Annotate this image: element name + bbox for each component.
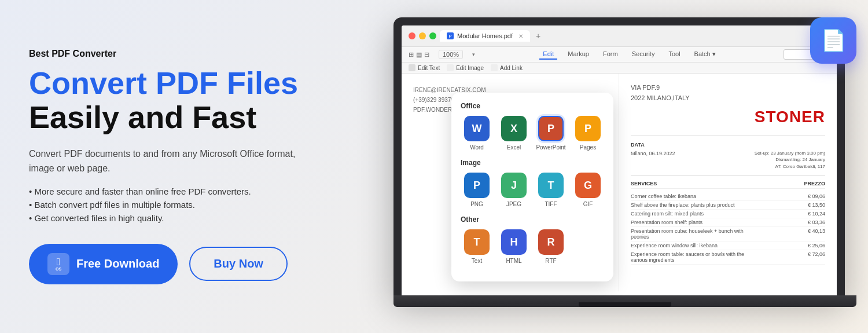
format-icon-text: T — [464, 229, 490, 255]
service-price: € 13,50 — [808, 202, 825, 208]
tab-edit[interactable]: Edit — [539, 49, 557, 60]
other-format-grid: T Text H HTML R RTF — [461, 229, 604, 264]
tab-form[interactable]: Form — [599, 49, 621, 60]
buy-now-label: Buy Now — [214, 257, 263, 270]
services-label: SERVICES — [631, 181, 657, 186]
main-toolbar: ⊞ ▤ ⊟ 100% ▾ Edit Markup Form Security T… — [402, 47, 837, 63]
format-icon-gif: G — [575, 173, 601, 198]
main-title-blue: Convert PDF Files — [29, 66, 307, 100]
service-row: Experience room table: saucers or bowls … — [631, 250, 825, 265]
service-price: € 09,06 — [808, 193, 825, 199]
description: Convert PDF documents to and from any Mi… — [29, 147, 307, 176]
free-download-button[interactable]:  OS Free Download — [29, 244, 178, 284]
services-list: Corner coffee table: ikebana€ 09,06Shelf… — [631, 192, 825, 265]
zoom-level[interactable]: 100% — [439, 50, 463, 59]
subtitle: Best PDF Converter — [29, 49, 307, 59]
left-panel: Best PDF Converter Convert PDF Files Eas… — [0, 25, 336, 308]
format-item-pages[interactable]: P Pages — [572, 116, 604, 151]
services-section: SERVICES PREZZO Corner coffee table: ike… — [631, 175, 825, 265]
view-icon-1[interactable]: ⊞ — [409, 51, 414, 58]
format-label-png: PNG — [470, 201, 483, 207]
view-icons: ⊞ ▤ ⊟ — [409, 51, 429, 58]
via-info: VIA PDF.9 2022 MILANO,ITALY — [631, 83, 825, 103]
buy-now-button[interactable]: Buy Now — [189, 247, 288, 281]
service-name: Catering room silt: mixed plants — [631, 211, 704, 217]
service-row: Catering room silt: mixed plants€ 10,24 — [631, 210, 825, 218]
minimize-button-yellow[interactable] — [419, 32, 426, 39]
close-button-red[interactable] — [409, 32, 415, 39]
image-section-title: Image — [461, 159, 604, 167]
mac-os-badge:  OS — [47, 253, 69, 275]
format-icon-png: P — [464, 173, 490, 198]
service-row: Presentation room cube: houseleek + bunc… — [631, 227, 825, 241]
new-tab-icon[interactable]: + — [536, 31, 540, 41]
service-row: Presentation room shelf: plants€ 03,36 — [631, 218, 825, 227]
format-item-html[interactable]: H HTML — [498, 229, 530, 264]
format-icon-html: H — [501, 229, 527, 255]
tab-markup[interactable]: Markup — [564, 49, 593, 60]
other-section-title: Other — [461, 215, 604, 224]
image-format-grid: P PNG J JPEG T TIFF G GIF — [461, 173, 604, 207]
service-name: Presentation room shelf: plants — [631, 219, 703, 225]
service-row: Experience room window sill: ikebana€ 25… — [631, 241, 825, 250]
edit-image-btn[interactable]: Edit Image — [447, 64, 484, 71]
view-icon-2[interactable]: ▤ — [416, 51, 422, 58]
feature-bullets: More secure and faster than online free … — [29, 186, 307, 223]
maximize-button-green[interactable] — [429, 32, 436, 39]
format-item-powerpoint[interactable]: P PowerPoint — [535, 116, 567, 151]
data-section: DATA Milano, 06.19.2022 Set-up: 23 Janua… — [631, 136, 825, 170]
add-link-label: Add Link — [500, 65, 523, 71]
laptop-base — [393, 295, 856, 307]
add-link-icon — [491, 64, 498, 71]
tab-tool[interactable]: Tool — [665, 49, 683, 60]
format-label-word: Word — [470, 144, 484, 151]
data-setup: Set-up: 23 January (from 3.00 pm)Dismant… — [755, 150, 825, 170]
format-item-gif[interactable]: G GIF — [572, 173, 604, 207]
format-icon-excel: X — [501, 116, 527, 141]
format-item-tiff[interactable]: T TIFF — [535, 173, 567, 207]
format-label-gif: GIF — [583, 201, 593, 207]
format-item-png[interactable]: P PNG — [461, 173, 493, 207]
pdf-tab[interactable]: P Modular Homes.pdf ✕ — [440, 30, 530, 42]
toolbar-nav: Edit Markup Form Security Tool Batch ▾ — [539, 49, 719, 60]
format-icon-jpeg: J — [501, 173, 527, 198]
pdf-right-section: VIA PDF.9 2022 MILANO,ITALY STONER DATA … — [619, 74, 837, 291]
tab-security[interactable]: Security — [628, 49, 659, 60]
service-name: Presentation room cube: houseleek + bunc… — [631, 228, 746, 240]
format-panel: Office W Word X Excel P PowerPoint P Pag… — [451, 93, 613, 281]
format-label-powerpoint: PowerPoint — [536, 144, 565, 151]
tab-title: Modular Homes.pdf — [457, 32, 513, 39]
service-row: Shelf above the fireplace: plants plus p… — [631, 201, 825, 210]
edit-text-btn[interactable]: Edit Text — [409, 64, 440, 71]
format-icon-pages: P — [575, 116, 601, 141]
brand-name: STONER — [631, 108, 825, 126]
format-item-excel[interactable]: X Excel — [498, 116, 530, 151]
right-panel: P Modular Homes.pdf ✕ + ⊞ ▤ ⊟ 100% ▾ — [336, 0, 868, 333]
services-header: SERVICES PREZZO — [631, 181, 825, 189]
app-icon-symbol: 📄 — [821, 28, 847, 53]
free-download-label: Free Download — [76, 257, 159, 270]
add-link-btn[interactable]: Add Link — [491, 64, 523, 71]
format-item-rtf[interactable]: R RTF — [535, 229, 567, 264]
bullet-3: Get converted files in high quality. — [29, 213, 307, 223]
tab-close-icon[interactable]: ✕ — [518, 33, 523, 39]
service-price: € 72,06 — [808, 251, 825, 263]
service-name: Experience room window sill: ikebana — [631, 243, 718, 248]
tab-batch[interactable]: Batch ▾ — [691, 49, 719, 60]
bullet-2: Batch convert pdf files in multiple form… — [29, 200, 307, 210]
office-format-grid: W Word X Excel P PowerPoint P Pages — [461, 116, 604, 151]
zoom-dropdown-icon[interactable]: ▾ — [472, 52, 475, 57]
service-name: Experience room table: saucers or bowls … — [631, 251, 746, 263]
format-item-text[interactable]: T Text — [461, 229, 493, 264]
format-icon-tiff: T — [538, 173, 564, 198]
format-label-text: Text — [472, 258, 482, 264]
data-label: DATA — [631, 142, 825, 148]
format-icon-powerpoint: P — [538, 116, 564, 141]
format-item-jpeg[interactable]: J JPEG — [498, 173, 530, 207]
bullet-1: More secure and faster than online free … — [29, 186, 307, 196]
view-icon-3[interactable]: ⊟ — [424, 51, 429, 58]
service-price: € 10,24 — [808, 211, 825, 217]
data-row: Milano, 06.19.2022 Set-up: 23 January (f… — [631, 150, 825, 170]
edit-text-label: Edit Text — [418, 65, 440, 71]
format-item-word[interactable]: W Word — [461, 116, 493, 151]
